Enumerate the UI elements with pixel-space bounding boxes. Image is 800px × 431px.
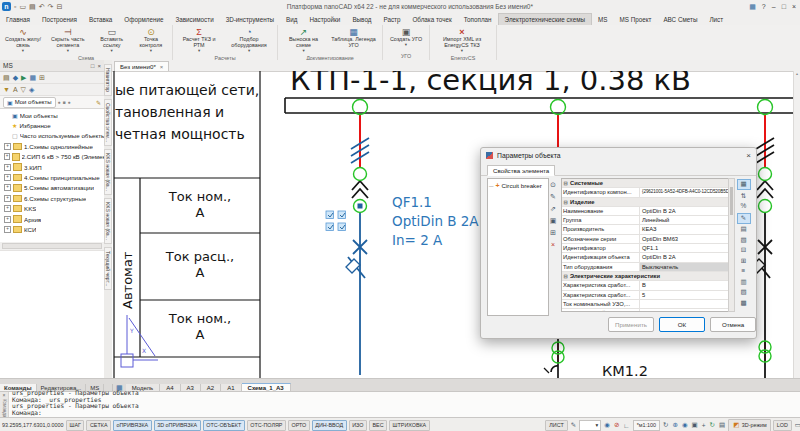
property-row-selected[interactable]: Тип оборудованияВыключатель bbox=[562, 263, 729, 272]
print-icon[interactable]: ⊟ bbox=[56, 3, 62, 11]
contactor-branch[interactable] bbox=[544, 337, 558, 378]
toggle-iso[interactable]: ИЗО bbox=[349, 420, 367, 431]
maximize-button[interactable]: □ bbox=[782, 3, 786, 10]
group-row[interactable]: ⊟Системные bbox=[562, 179, 729, 188]
property-row[interactable]: ГруппаЛинейный bbox=[562, 216, 729, 225]
create-wire-button[interactable]: ∿ Создать жилу/связь ▾ bbox=[3, 26, 43, 54]
expand-icon[interactable]: + bbox=[4, 226, 11, 233]
tree-item-my-objects[interactable]: ▣Мои объекты bbox=[0, 110, 104, 120]
command-prompt[interactable]: Команда: bbox=[12, 410, 797, 417]
tab-3d-instrumenty[interactable]: 3D-инструменты bbox=[220, 14, 280, 25]
view-dot-icon[interactable]: ● bbox=[58, 99, 61, 105]
no-constraints-icon[interactable]: ⊘ bbox=[613, 421, 620, 429]
expand-all-icon[interactable]: ⊞ bbox=[738, 257, 750, 266]
db-table-icon[interactable]: ▨ bbox=[738, 288, 750, 297]
toggle-osnap[interactable]: оПРИВЯЗКА bbox=[113, 420, 152, 431]
side-tab-kks-1[interactable]: KKS новая (ба... bbox=[104, 149, 112, 195]
tree-item-automation[interactable]: +5.Схемы автоматизации bbox=[0, 183, 104, 193]
table-header-text[interactable]: ые питающей сети, тановленная и четная м… bbox=[115, 82, 259, 142]
expand-icon[interactable]: + bbox=[4, 153, 10, 160]
redo-icon[interactable]: ↷ bbox=[48, 3, 54, 11]
control-point-button[interactable]: ⊙ Точка контроля ▾ bbox=[133, 26, 169, 54]
object-parameters-dialog[interactable]: Параметры объекта × Свойства элемента ─ … bbox=[480, 147, 757, 339]
expand-icon[interactable]: + bbox=[4, 143, 11, 150]
tab-oformlenie[interactable]: Оформление bbox=[118, 14, 169, 25]
zoom-realtime-icon[interactable]: ◉ bbox=[681, 421, 689, 429]
tab-ms-proekt[interactable]: MS Проект bbox=[613, 14, 657, 25]
minimize-button[interactable]: – bbox=[772, 3, 776, 10]
layout-switch-icon[interactable]: ▦ bbox=[749, 3, 756, 11]
tab-avs-smety[interactable]: АВС Сметы bbox=[657, 14, 703, 25]
property-row[interactable]: Идентификация объектаOptiDin B 2A bbox=[562, 253, 729, 262]
lod-button[interactable]: LOD bbox=[773, 420, 792, 431]
sort-icon[interactable]: ⇅ bbox=[738, 192, 750, 201]
property-row[interactable]: Идентификатор компон...{29621001-5A52-4D… bbox=[562, 188, 729, 197]
contactor-label[interactable]: КМ1.2 bbox=[602, 363, 648, 378]
tree-item-single-line[interactable]: +1.Схемы однолинейные bbox=[0, 141, 104, 151]
toggle-lineweight[interactable]: ВЕС bbox=[369, 420, 387, 431]
property-row[interactable]: Характеристика сработ...5 bbox=[562, 291, 729, 300]
group-row[interactable]: ⊟Изделие bbox=[562, 198, 729, 207]
palette-notes-icon[interactable]: ▤ bbox=[3, 74, 10, 82]
rotated-header-text[interactable]: Автомат bbox=[120, 251, 135, 309]
expand-icon[interactable]: + bbox=[4, 205, 11, 212]
tab-topoplan[interactable]: Топоплан bbox=[458, 14, 498, 25]
toggle-ortho[interactable]: ОРТО bbox=[288, 420, 310, 431]
tab-glavnaya[interactable]: Главная bbox=[0, 14, 36, 25]
tab-nastroyki[interactable]: Настройки bbox=[303, 14, 346, 25]
my-objects-button[interactable]: ▣ Мои объекты bbox=[3, 97, 56, 108]
mode-3d-button[interactable]: ◩ 3D-режим bbox=[728, 419, 771, 431]
grid-scrollbar[interactable] bbox=[728, 178, 735, 312]
categorized-view-icon[interactable]: ▦ bbox=[737, 179, 751, 190]
command-close-icon[interactable]: × bbox=[3, 392, 6, 398]
insert-link-button[interactable]: ▭ Вставить ссылку ▾ bbox=[93, 26, 131, 54]
breaker-symbol[interactable] bbox=[346, 212, 367, 375]
ruler-icon[interactable]: ∟ bbox=[622, 422, 630, 429]
tab-oblaka-tochek[interactable]: Облака точек bbox=[406, 14, 457, 25]
ugo-legend-table-button[interactable]: ▦ Таблица. Легенда УГО bbox=[328, 26, 379, 54]
property-row[interactable]: НаименованиеOptiDin B 2A bbox=[562, 207, 729, 216]
tree-item-kip[interactable]: +3.КИП bbox=[0, 162, 104, 172]
tree-item-kks[interactable]: +KKS bbox=[0, 204, 104, 214]
toggle-hatch[interactable]: ШТРИХОВКА bbox=[389, 420, 430, 431]
tab-postroeniya[interactable]: Построения bbox=[36, 14, 83, 25]
section-title-text[interactable]: КТП-1-1, секция 1, 0.38 кВ bbox=[290, 71, 691, 97]
refresh-icon[interactable]: ↻ bbox=[662, 421, 669, 429]
lock-icon[interactable]: ▥ bbox=[738, 278, 750, 287]
new-file-icon[interactable]: ▫ bbox=[14, 3, 16, 11]
tab-list[interactable]: Лист bbox=[703, 14, 729, 25]
tab-ms[interactable]: MS bbox=[592, 14, 613, 25]
property-row[interactable]: Обозначение серииOptiDin BM63 bbox=[562, 235, 729, 244]
tab-vstavka[interactable]: Вставка bbox=[83, 14, 118, 25]
export-icon[interactable]: ⇗ bbox=[548, 204, 558, 213]
tab-elektrotekhnicheskie-skhemy[interactable]: Электротехнические схемы bbox=[498, 13, 592, 25]
hide-segment-button[interactable]: ⊣ Скрыть часть сегмента ▾ bbox=[45, 26, 91, 54]
toggle-dynamic-input[interactable]: ДИН-ВВОД bbox=[312, 420, 347, 431]
property-row[interactable]: Ток предельной откл.с... bbox=[562, 309, 729, 312]
command-history[interactable]: urs_properties - Параметры объекта Коман… bbox=[9, 390, 800, 418]
canvas-vertical-scrollbar[interactable]: ▴ bbox=[793, 71, 800, 378]
command-line-panel[interactable]: × Команда urs_properties - Параметры объ… bbox=[0, 391, 800, 418]
workspace-combo[interactable]: ▾ bbox=[579, 420, 601, 431]
pan-icon[interactable]: + bbox=[701, 422, 707, 429]
toggle-3d-osnap[interactable]: 3D оПРИВЯЗКА bbox=[154, 420, 201, 431]
tab-vyvod[interactable]: Вывод bbox=[346, 14, 377, 25]
toggle-object-tracking[interactable]: ОТС-ОБЪЕКТ bbox=[203, 420, 245, 431]
toggle-polar-tracking[interactable]: ОТС-ПОЛЯР bbox=[247, 420, 286, 431]
zoom-window-icon[interactable]: ▣ bbox=[691, 421, 699, 429]
selection-grips[interactable] bbox=[326, 211, 346, 231]
property-row[interactable]: ИдентификаторQF1.1 bbox=[562, 244, 729, 253]
snap-lamp-icon[interactable]: ◉ bbox=[603, 421, 611, 429]
palette-add-icon[interactable]: ⊞ bbox=[39, 74, 45, 82]
filter-icon[interactable]: ▽ bbox=[21, 86, 26, 94]
tab-vid[interactable]: Вид bbox=[280, 14, 303, 25]
tree-item-structural[interactable]: +6.Схемы структурные bbox=[0, 193, 104, 203]
percent-icon[interactable]: % bbox=[738, 202, 750, 211]
tree-scrollbar[interactable] bbox=[2, 243, 102, 249]
breaker-branch-selected[interactable] bbox=[346, 138, 369, 375]
expand-icon[interactable]: + bbox=[4, 164, 11, 171]
export-table-icon[interactable]: ▧ bbox=[738, 236, 750, 245]
side-tab-navigator[interactable]: Навигатор bbox=[104, 64, 112, 96]
pin-icon[interactable]: ◈ bbox=[29, 86, 34, 94]
zoom-in-icon[interactable]: ⊕ bbox=[671, 421, 678, 429]
